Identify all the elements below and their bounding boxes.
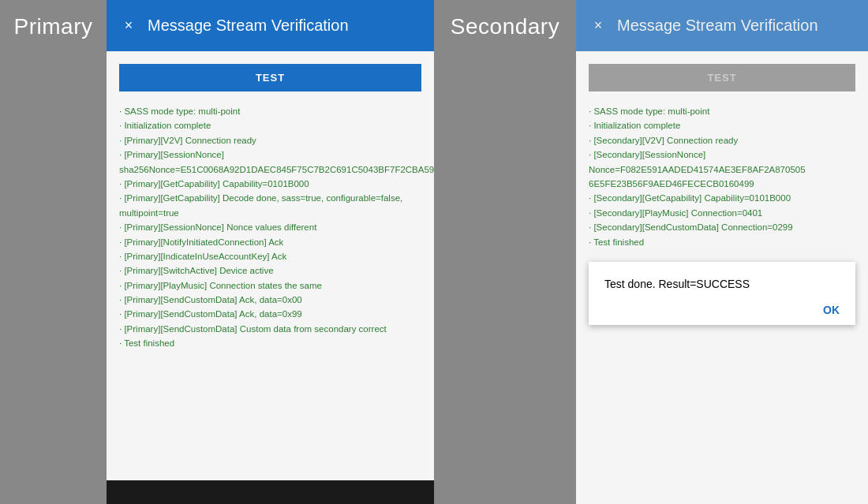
right-dialog-title: Message Stream Verification: [617, 17, 818, 35]
left-bottom-bar: [107, 480, 434, 504]
list-item: · [Primary][NotifyInitiatedConnection] A…: [119, 235, 421, 249]
right-dialog-header: × Message Stream Verification: [576, 0, 868, 51]
right-dialog-area: × Message Stream Verification TEST · SAS…: [576, 0, 868, 504]
list-item: · [Primary][SendCustomData] Custom data …: [119, 322, 421, 336]
left-close-button[interactable]: ×: [119, 17, 138, 35]
list-item: · Test finished: [119, 336, 421, 350]
list-item: · [Primary][SwitchActive] Device active: [119, 263, 421, 278]
right-background: Secondary: [434, 0, 576, 504]
list-item: · [Secondary][GetCapability] Capability=…: [589, 191, 855, 205]
left-log-area: · SASS mode type: multi-point · Initiali…: [119, 104, 421, 351]
list-item: · [Primary][SendCustomData] Ack, data=0x…: [119, 307, 421, 321]
left-test-button[interactable]: TEST: [119, 64, 421, 91]
left-dialog: × Message Stream Verification TEST · SAS…: [107, 0, 434, 504]
left-dialog-title: Message Stream Verification: [148, 17, 349, 35]
list-item: · [Primary][GetCapability] Decode done, …: [119, 191, 421, 220]
list-item: · [Primary][V2V] Connection ready: [119, 133, 421, 147]
list-item: · [Primary][GetCapability] Capability=01…: [119, 177, 421, 191]
ok-button-container: OK: [604, 303, 840, 317]
result-message: Test done. Result=SUCCESS: [604, 278, 840, 290]
left-dialog-header: × Message Stream Verification: [107, 0, 434, 51]
list-item: · [Secondary][PlayMusic] Connection=0401: [589, 206, 855, 220]
right-log-area: · SASS mode type: multi-point · Initiali…: [589, 104, 855, 249]
right-close-button[interactable]: ×: [589, 17, 608, 35]
list-item: · [Primary][SessionNonce] Nonce values d…: [119, 220, 421, 234]
left-dialog-body: TEST · SASS mode type: multi-point · Ini…: [107, 51, 434, 504]
list-item: · [Primary][PlayMusic] Connection states…: [119, 278, 421, 293]
ok-button[interactable]: OK: [823, 304, 840, 316]
list-item: · [Primary][SendCustomData] Ack, data=0x…: [119, 293, 421, 307]
right-result-dialog: Test done. Result=SUCCESS OK: [589, 262, 855, 325]
right-dialog-body: TEST · SASS mode type: multi-point · Ini…: [576, 51, 868, 504]
list-item: · Initialization complete: [119, 118, 421, 133]
right-test-button: TEST: [589, 64, 855, 91]
left-panel-title: Primary: [14, 14, 93, 39]
list-item: · SASS mode type: multi-point: [589, 104, 855, 118]
list-item: · SASS mode type: multi-point: [119, 104, 421, 118]
right-panel-title: Secondary: [451, 14, 559, 39]
list-item: · [Secondary][V2V] Connection ready: [589, 133, 855, 147]
list-item: · Initialization complete: [589, 118, 855, 133]
right-dialog: × Message Stream Verification TEST · SAS…: [576, 0, 868, 504]
left-panel: Primary × Message Stream Verification TE…: [0, 0, 434, 504]
list-item: · [Primary][IndicateInUseAccountKey] Ack: [119, 249, 421, 263]
list-item: · Test finished: [589, 235, 855, 249]
list-item: · [Secondary][SendCustomData] Connection…: [589, 220, 855, 234]
list-item: · [Secondary][SessionNonce] Nonce=F082E5…: [589, 147, 855, 191]
list-item: · [Primary][SessionNonce] sha256Nonce=E5…: [119, 147, 421, 177]
right-panel: Secondary × Message Stream Verification …: [434, 0, 868, 504]
left-dialog-area: × Message Stream Verification TEST · SAS…: [107, 0, 434, 504]
left-background: Primary: [0, 0, 107, 504]
